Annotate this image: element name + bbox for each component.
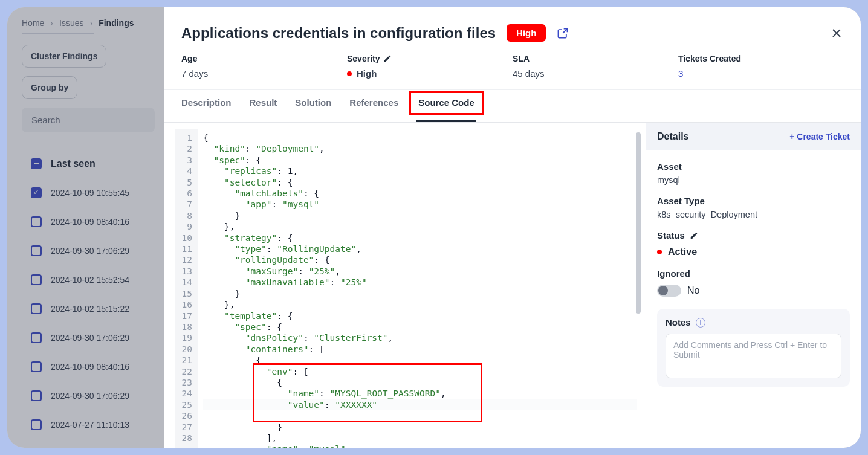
asset-label: Asset — [657, 161, 850, 172]
finding-detail-panel: Applications credentials in configuratio… — [164, 7, 861, 448]
meta-severity-label: Severity — [347, 54, 513, 63]
meta-sla-label: SLA — [513, 54, 678, 63]
code-content[interactable]: { "kind": "Deployment", "spec": { "repli… — [198, 129, 642, 448]
ignored-value: No — [687, 285, 699, 296]
scrollbar[interactable] — [636, 132, 641, 314]
notes-label: Notes — [666, 317, 691, 328]
ignored-label: Ignored — [657, 268, 850, 279]
highlight-annotation: Source Code — [409, 91, 484, 115]
tab-source-code[interactable]: Source Code — [416, 97, 476, 122]
meta-age-label: Age — [181, 54, 347, 63]
details-sidebar: Details + Create Ticket Asset mysql Asse… — [646, 123, 861, 448]
source-code-viewer: 1 2 3 4 5 6 7 8 9 10 11 12 13 14 15 16 1… — [164, 123, 646, 448]
asset-value: mysql — [657, 175, 850, 185]
info-icon[interactable]: i — [696, 318, 705, 328]
tabs: Description Result Solution References S… — [164, 90, 861, 123]
meta-tickets-label: Tickets Created — [678, 54, 844, 63]
edit-icon[interactable] — [690, 231, 698, 240]
ignored-toggle[interactable] — [657, 285, 681, 297]
close-icon[interactable] — [829, 26, 844, 40]
panel-title: Applications credentials in configuratio… — [181, 25, 496, 42]
tab-result[interactable]: Result — [250, 97, 277, 122]
tab-solution[interactable]: Solution — [295, 97, 331, 122]
create-ticket-link[interactable]: + Create Ticket — [789, 132, 850, 141]
meta-tickets-value[interactable]: 3 — [678, 68, 844, 79]
notes-textarea[interactable]: Add Comments and Press Ctrl + Enter to S… — [666, 334, 841, 378]
meta-sla-value: 45 days — [513, 68, 678, 79]
external-link-icon[interactable] — [557, 27, 569, 39]
status-label: Status — [657, 230, 850, 240]
edit-icon[interactable] — [383, 54, 392, 63]
meta-age-value: 7 days — [181, 68, 347, 79]
status-value: Active — [657, 247, 850, 257]
tab-description[interactable]: Description — [181, 97, 232, 122]
severity-dot-icon — [347, 71, 352, 76]
severity-badge: High — [507, 24, 546, 42]
status-dot-icon — [657, 250, 662, 254]
code-gutter: 1 2 3 4 5 6 7 8 9 10 11 12 13 14 15 16 1… — [175, 129, 198, 448]
sidebar-title: Details — [657, 131, 688, 142]
meta-severity-value: High — [347, 68, 513, 79]
asset-type-label: Asset Type — [657, 196, 850, 206]
asset-type-value: k8s_security_Deployment — [657, 210, 850, 219]
tab-references[interactable]: References — [349, 97, 398, 122]
